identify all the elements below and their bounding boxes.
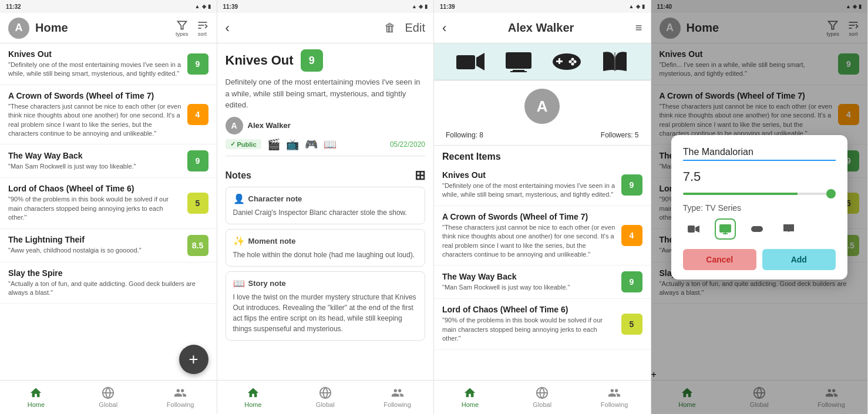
header-left-1: A Home xyxy=(8,18,68,39)
profile-content: A Following: 8 Followers: 5 Recent Items… xyxy=(434,43,651,380)
globe-icon xyxy=(102,386,115,399)
nav-global-1[interactable]: Global xyxy=(72,381,144,414)
following-count: Following: 8 xyxy=(446,131,483,139)
nav-home-3[interactable]: Home xyxy=(434,381,506,414)
detail-rating: 9 xyxy=(301,49,323,72)
nav-following-3[interactable]: Following xyxy=(578,381,651,414)
edit-button[interactable]: Edit xyxy=(405,21,425,35)
profile-name-header: Alex Walker xyxy=(508,21,574,35)
list-item[interactable]: Lord of Chaos (Wheel of Time 6) "90% of … xyxy=(0,178,217,228)
game-type-icon xyxy=(750,222,764,236)
svg-rect-8 xyxy=(456,55,475,69)
game-icon: 🎮 xyxy=(305,138,318,151)
list-item[interactable]: The Lightning Theif "Aww yeah, childhood… xyxy=(0,229,217,262)
nav-following-label-3: Following xyxy=(601,401,628,408)
nav-home-2[interactable]: Home xyxy=(217,381,290,414)
home-icon xyxy=(29,386,42,399)
item-desc: "These characters just cannot be nice to… xyxy=(442,223,615,260)
note-type-label: Story note xyxy=(248,279,286,288)
media-icons-row xyxy=(434,43,651,80)
item-title: The Way Way Back xyxy=(442,272,615,281)
signal-icon-3: ▲ xyxy=(629,4,634,9)
list-item[interactable]: The Way Way Back "Man Sam Rockwell is ju… xyxy=(0,144,217,178)
note-type-row: ✨ Moment note xyxy=(233,235,418,247)
detail-header: Knives Out 9 Definitely one of the most … xyxy=(217,43,434,162)
list-item[interactable]: Knives Out "Definitely one of the most e… xyxy=(0,43,217,85)
item-desc: "These characters just cannot be nice to… xyxy=(8,102,181,139)
bottom-nav-3: Home Global Following xyxy=(434,380,651,414)
modal-add-button[interactable]: Add xyxy=(762,249,836,270)
back-button-3[interactable]: ‹ xyxy=(442,21,446,36)
modal-score-slider[interactable] xyxy=(683,193,836,195)
item-desc: "Actually a ton of fun, and quite addict… xyxy=(8,280,208,298)
list-item[interactable]: A Crown of Swords (Wheel of Time 7) "The… xyxy=(434,206,651,266)
panel-home-modal: 11:40 ▲ ◈ ▮ A Home types sort xyxy=(651,0,869,414)
note-text: Daniel Craig's Inspector Blanc character… xyxy=(233,207,418,218)
nav-following-label-1: Following xyxy=(167,401,194,408)
author-avatar: A xyxy=(226,117,243,134)
svg-point-16 xyxy=(571,58,574,61)
item-title: A Crown of Swords (Wheel of Time 7) xyxy=(8,91,181,100)
avatar-1[interactable]: A xyxy=(8,18,29,39)
list-item[interactable]: Knives Out "Definitely one of the most e… xyxy=(434,164,651,206)
nav-following-label-2: Following xyxy=(383,401,411,408)
type-game-button[interactable] xyxy=(746,218,768,240)
nav-global-label-1: Global xyxy=(99,401,117,408)
notes-header: Notes ⊞ xyxy=(226,162,426,187)
sort-label: sort xyxy=(198,31,207,37)
battery-icon-3: ▮ xyxy=(642,4,645,9)
delete-button[interactable]: 🗑 xyxy=(384,21,396,35)
item-info: The Way Way Back "Man Sam Rockwell is ju… xyxy=(8,151,181,171)
type-tv-button[interactable] xyxy=(715,218,736,240)
type-movie-button[interactable] xyxy=(683,218,704,240)
globe-icon-3 xyxy=(536,386,549,399)
item-title: Lord of Chaos (Wheel of Time 6) xyxy=(442,305,615,314)
filter-label: types xyxy=(176,31,189,37)
nav-home-1[interactable]: Home xyxy=(0,381,72,414)
note-card[interactable]: 👤 Character note Daniel Craig's Inspecto… xyxy=(226,187,426,224)
item-desc: "90% of the problems in this book would … xyxy=(442,316,615,343)
modal-title-input[interactable] xyxy=(683,147,836,161)
type-book-button[interactable] xyxy=(778,218,799,240)
note-card[interactable]: 📖 Story note I love the twist on the mur… xyxy=(226,271,426,341)
modal-score: 7.5 xyxy=(683,169,836,184)
nav-following-2[interactable]: Following xyxy=(361,381,433,414)
detail-content: Knives Out 9 Definitely one of the most … xyxy=(217,43,434,380)
item-info: Knives Out "Definitely one of the most e… xyxy=(442,170,615,200)
menu-button[interactable]: ≡ xyxy=(635,21,642,35)
nav-global-3[interactable]: Global xyxy=(506,381,578,414)
rating-badge: 4 xyxy=(187,104,208,125)
nav-following-1[interactable]: Following xyxy=(144,381,217,414)
notes-section: Notes ⊞ 👤 Character note Daniel Craig's … xyxy=(217,162,434,341)
add-note-button[interactable]: ⊞ xyxy=(415,168,425,183)
modal-cancel-button[interactable]: Cancel xyxy=(683,249,756,270)
item-title: Knives Out xyxy=(8,49,181,59)
nav-global-2[interactable]: Global xyxy=(289,381,361,414)
note-text: The hole within the donut hole (had me l… xyxy=(233,250,418,260)
book-icon: 📖 xyxy=(324,138,337,151)
signal-icon-2: ▲ xyxy=(412,4,417,9)
battery-icon: ▮ xyxy=(208,4,211,9)
sort-icon-group[interactable]: sort xyxy=(197,19,208,37)
meta-row: ✓ Public 🎬 📺 🎮 📖 05/22/2020 xyxy=(226,138,426,156)
modal-buttons: Cancel Add xyxy=(683,249,836,270)
rating-badge: 9 xyxy=(187,53,208,75)
add-fab-button[interactable]: + xyxy=(179,345,208,374)
filter-icon-group[interactable]: types xyxy=(176,19,189,37)
list-item[interactable]: Slay the Spire "Actually a ton of fun, a… xyxy=(0,262,217,304)
list-item[interactable]: The Way Way Back "Man Sam Rockwell is ju… xyxy=(434,265,651,299)
item-title: Lord of Chaos (Wheel of Time 6) xyxy=(8,184,181,193)
svg-rect-31 xyxy=(719,224,731,233)
list-item[interactable]: Lord of Chaos (Wheel of Time 6) "90% of … xyxy=(434,299,651,349)
add-item-modal: 7.5 Type: TV Series xyxy=(671,135,847,280)
rating-badge: 9 xyxy=(187,150,208,171)
note-card[interactable]: ✨ Moment note The hole within the donut … xyxy=(226,229,426,267)
camera-icon xyxy=(455,49,486,74)
back-button[interactable]: ‹ xyxy=(226,21,230,36)
sort-icon xyxy=(197,19,208,31)
svg-marker-0 xyxy=(177,21,186,29)
list-item[interactable]: A Crown of Swords (Wheel of Time 7) "The… xyxy=(0,85,217,145)
svg-rect-29 xyxy=(688,225,695,233)
wifi-icon-2: ◈ xyxy=(419,4,423,9)
item-info: Slay the Spire "Actually a ton of fun, a… xyxy=(8,268,208,298)
